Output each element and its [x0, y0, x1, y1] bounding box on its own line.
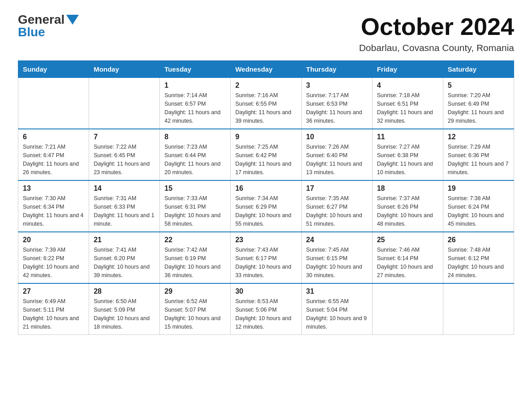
day-number: 30: [235, 287, 296, 295]
day-info: Sunrise: 7:38 AMSunset: 6:24 PMDaylight:…: [448, 194, 509, 228]
calendar-cell: 3Sunrise: 7:17 AMSunset: 6:53 PMDaylight…: [301, 78, 372, 129]
day-info: Sunrise: 7:23 AMSunset: 6:44 PMDaylight:…: [164, 143, 226, 176]
calendar-cell: [443, 283, 514, 335]
day-info: Sunrise: 6:50 AMSunset: 5:09 PMDaylight:…: [94, 297, 155, 331]
day-info: Sunrise: 7:31 AMSunset: 6:33 PMDaylight:…: [94, 194, 155, 228]
day-info: Sunrise: 7:45 AMSunset: 6:15 PMDaylight:…: [306, 246, 368, 279]
day-info: Sunrise: 7:42 AMSunset: 6:19 PMDaylight:…: [164, 246, 226, 279]
day-info: Sunrise: 7:33 AMSunset: 6:31 PMDaylight:…: [164, 194, 226, 228]
day-number: 15: [164, 184, 226, 193]
calendar-cell: 18Sunrise: 7:37 AMSunset: 6:26 PMDayligh…: [372, 180, 443, 232]
day-number: 22: [164, 236, 226, 244]
day-info: Sunrise: 6:55 AMSunset: 5:04 PMDaylight:…: [306, 297, 368, 331]
calendar-cell: 29Sunrise: 6:52 AMSunset: 5:07 PMDayligh…: [160, 283, 231, 335]
day-number: 23: [235, 236, 296, 244]
calendar-title: October 2024: [359, 13, 514, 40]
calendar-cell: 11Sunrise: 7:27 AMSunset: 6:38 PMDayligh…: [372, 129, 443, 180]
header-row: SundayMondayTuesdayWednesdayThursdayFrid…: [18, 61, 514, 78]
calendar-cell: [89, 78, 160, 129]
calendar-cell: 16Sunrise: 7:34 AMSunset: 6:29 PMDayligh…: [231, 180, 301, 232]
header-friday: Friday: [372, 61, 443, 78]
day-number: 17: [306, 184, 368, 193]
logo-line1: General: [18, 13, 79, 26]
day-number: 20: [23, 236, 84, 244]
day-number: 24: [306, 236, 368, 244]
day-info: Sunrise: 6:53 AMSunset: 5:06 PMDaylight:…: [235, 297, 296, 331]
calendar-cell: 8Sunrise: 7:23 AMSunset: 6:44 PMDaylight…: [160, 129, 231, 180]
calendar-cell: 26Sunrise: 7:48 AMSunset: 6:12 PMDayligh…: [443, 232, 514, 283]
day-info: Sunrise: 7:18 AMSunset: 6:51 PMDaylight:…: [377, 91, 438, 125]
day-info: Sunrise: 7:48 AMSunset: 6:12 PMDaylight:…: [448, 246, 509, 279]
header-thursday: Thursday: [301, 61, 372, 78]
calendar-cell: 14Sunrise: 7:31 AMSunset: 6:33 PMDayligh…: [89, 180, 160, 232]
day-number: 25: [377, 236, 438, 244]
day-info: Sunrise: 7:22 AMSunset: 6:45 PMDaylight:…: [94, 143, 155, 176]
header-saturday: Saturday: [443, 61, 514, 78]
calendar-cell: 13Sunrise: 7:30 AMSunset: 6:34 PMDayligh…: [18, 180, 89, 232]
calendar-cell: 9Sunrise: 7:25 AMSunset: 6:42 PMDaylight…: [231, 129, 301, 180]
day-number: 8: [164, 133, 226, 141]
day-info: Sunrise: 7:16 AMSunset: 6:55 PMDaylight:…: [235, 91, 296, 125]
week-row-2: 6Sunrise: 7:21 AMSunset: 6:47 PMDaylight…: [18, 129, 514, 180]
day-info: Sunrise: 7:39 AMSunset: 6:22 PMDaylight:…: [23, 246, 84, 279]
day-info: Sunrise: 7:37 AMSunset: 6:26 PMDaylight:…: [377, 194, 438, 228]
calendar-cell: 24Sunrise: 7:45 AMSunset: 6:15 PMDayligh…: [301, 232, 372, 283]
week-row-3: 13Sunrise: 7:30 AMSunset: 6:34 PMDayligh…: [18, 180, 514, 232]
calendar-cell: 7Sunrise: 7:22 AMSunset: 6:45 PMDaylight…: [89, 129, 160, 180]
day-info: Sunrise: 7:29 AMSunset: 6:36 PMDaylight:…: [448, 143, 509, 176]
day-number: 5: [448, 81, 509, 90]
calendar-cell: 6Sunrise: 7:21 AMSunset: 6:47 PMDaylight…: [18, 129, 89, 180]
calendar-cell: 5Sunrise: 7:20 AMSunset: 6:49 PMDaylight…: [443, 78, 514, 129]
day-info: Sunrise: 7:30 AMSunset: 6:34 PMDaylight:…: [23, 194, 84, 228]
day-number: 1: [164, 81, 226, 90]
day-info: Sunrise: 7:27 AMSunset: 6:38 PMDaylight:…: [377, 143, 438, 176]
header-tuesday: Tuesday: [160, 61, 231, 78]
day-info: Sunrise: 7:34 AMSunset: 6:29 PMDaylight:…: [235, 194, 296, 228]
day-info: Sunrise: 7:17 AMSunset: 6:53 PMDaylight:…: [306, 91, 368, 125]
day-number: 6: [23, 133, 84, 141]
day-number: 12: [448, 133, 509, 141]
day-number: 9: [235, 133, 296, 141]
header-monday: Monday: [89, 61, 160, 78]
day-number: 14: [94, 184, 155, 193]
calendar-cell: 17Sunrise: 7:35 AMSunset: 6:27 PMDayligh…: [301, 180, 372, 232]
calendar-cell: [372, 283, 443, 335]
day-info: Sunrise: 7:20 AMSunset: 6:49 PMDaylight:…: [448, 91, 509, 125]
day-number: 31: [306, 287, 368, 295]
day-number: 2: [235, 81, 296, 90]
week-row-5: 27Sunrise: 6:49 AMSunset: 5:11 PMDayligh…: [18, 283, 514, 335]
day-info: Sunrise: 7:25 AMSunset: 6:42 PMDaylight:…: [235, 143, 296, 176]
header-wednesday: Wednesday: [231, 61, 301, 78]
calendar-table: SundayMondayTuesdayWednesdayThursdayFrid…: [18, 60, 514, 335]
logo-clean: General Blue: [18, 13, 79, 39]
day-number: 19: [448, 184, 509, 193]
week-row-4: 20Sunrise: 7:39 AMSunset: 6:22 PMDayligh…: [18, 232, 514, 283]
day-number: 4: [377, 81, 438, 90]
calendar-cell: [18, 78, 89, 129]
day-info: Sunrise: 7:43 AMSunset: 6:17 PMDaylight:…: [235, 246, 296, 279]
day-number: 13: [23, 184, 84, 193]
day-number: 3: [306, 81, 368, 90]
day-info: Sunrise: 7:14 AMSunset: 6:57 PMDaylight:…: [164, 91, 226, 125]
day-info: Sunrise: 7:46 AMSunset: 6:14 PMDaylight:…: [377, 246, 438, 279]
day-number: 26: [448, 236, 509, 244]
calendar-cell: 4Sunrise: 7:18 AMSunset: 6:51 PMDaylight…: [372, 78, 443, 129]
header-sunday: Sunday: [18, 61, 89, 78]
logo-arrow-icon: [66, 15, 79, 25]
calendar-header: SundayMondayTuesdayWednesdayThursdayFrid…: [18, 61, 514, 78]
day-info: Sunrise: 7:35 AMSunset: 6:27 PMDaylight:…: [306, 194, 368, 228]
calendar-body: 1Sunrise: 7:14 AMSunset: 6:57 PMDaylight…: [18, 78, 514, 335]
calendar-cell: 31Sunrise: 6:55 AMSunset: 5:04 PMDayligh…: [301, 283, 372, 335]
calendar-cell: 12Sunrise: 7:29 AMSunset: 6:36 PMDayligh…: [443, 129, 514, 180]
day-info: Sunrise: 7:26 AMSunset: 6:40 PMDaylight:…: [306, 143, 368, 176]
svg-marker-2: [66, 15, 79, 25]
calendar-cell: 27Sunrise: 6:49 AMSunset: 5:11 PMDayligh…: [18, 283, 89, 335]
day-info: Sunrise: 7:21 AMSunset: 6:47 PMDaylight:…: [23, 143, 84, 176]
calendar-cell: 28Sunrise: 6:50 AMSunset: 5:09 PMDayligh…: [89, 283, 160, 335]
calendar-cell: 1Sunrise: 7:14 AMSunset: 6:57 PMDaylight…: [160, 78, 231, 129]
calendar-subtitle: Dobarlau, Covasna County, Romania: [359, 43, 514, 53]
calendar-cell: 21Sunrise: 7:41 AMSunset: 6:20 PMDayligh…: [89, 232, 160, 283]
day-number: 21: [94, 236, 155, 244]
week-row-1: 1Sunrise: 7:14 AMSunset: 6:57 PMDaylight…: [18, 78, 514, 129]
logo-blue-text: Blue: [18, 26, 79, 39]
